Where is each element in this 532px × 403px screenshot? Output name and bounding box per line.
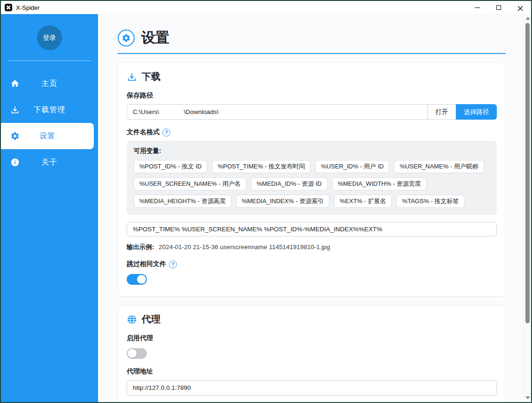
variable-chip[interactable]: %MEDIA_INDEX% - 资源索引 xyxy=(236,195,329,208)
output-example-value: 2024-01-20 21-15-36 userscreenname 11451… xyxy=(159,243,330,251)
download-settings-card: 下载 保存路径 打开 选择路径 文件名格式 ? 可用变量: %POST_ID% … xyxy=(118,62,506,297)
proxy-address-input[interactable] xyxy=(127,380,497,395)
variable-chip[interactable]: %USER_SCREEN_NAME% - 用户名 xyxy=(134,177,246,190)
window-title: X-Spider xyxy=(16,4,40,11)
variable-chip[interactable]: %POST_TIME% - 推文发布时间 xyxy=(212,160,311,173)
variable-chip[interactable]: %TAGS% - 推文标签 xyxy=(396,195,464,208)
settings-page-icon xyxy=(118,30,135,46)
variable-chip[interactable]: %MEDIA_WIDTH% - 资源宽度 xyxy=(332,177,427,190)
scroll-up-icon[interactable] xyxy=(525,17,530,20)
filename-format-input[interactable] xyxy=(127,222,497,236)
sidebar-item-home[interactable]: 主页 xyxy=(1,70,98,97)
gear-icon xyxy=(10,131,20,141)
main-content: 设置 下载 保存路径 打开 选择路径 文件名格式 ? 可用变量: xyxy=(98,14,531,402)
save-path-label: 保存路径 xyxy=(127,91,497,100)
scroll-down-icon[interactable] xyxy=(525,396,530,399)
proxy-section-title: 代理 xyxy=(142,313,160,326)
page-title: 设置 xyxy=(141,28,169,47)
sidebar: 登录 主页 下载管理 设 xyxy=(1,14,98,402)
close-button[interactable] xyxy=(509,1,531,14)
minimize-button[interactable] xyxy=(466,1,488,14)
filename-format-label: 文件名格式 xyxy=(127,128,160,137)
save-path-group: 打开 选择路径 xyxy=(127,104,497,120)
variables-panel: 可用变量: %POST_ID% - 推文 ID %POST_TIME% - 推文… xyxy=(127,141,497,215)
app-window: X-Spider 登录 主页 xyxy=(0,0,532,403)
sidebar-item-download-manager[interactable]: 下载管理 xyxy=(1,97,98,123)
home-icon xyxy=(10,78,20,89)
variable-chip[interactable]: %EXT% - 扩展名 xyxy=(334,195,392,208)
skip-same-toggle[interactable] xyxy=(127,274,147,285)
toggle-knob xyxy=(137,275,146,284)
sidebar-divider xyxy=(8,61,91,61)
enable-proxy-label: 启用代理 xyxy=(127,334,497,342)
skip-same-label: 跳过相同文件 xyxy=(127,260,166,268)
proxy-address-label: 代理地址 xyxy=(127,367,497,376)
skip-same-help-icon[interactable]: ? xyxy=(169,260,177,268)
toggle-knob xyxy=(128,349,137,358)
filename-format-help-icon[interactable]: ? xyxy=(162,129,170,137)
download-section-icon xyxy=(127,72,137,82)
sidebar-item-about[interactable]: 关于 xyxy=(1,149,98,175)
scrollbar-thumb[interactable] xyxy=(525,23,530,323)
maximize-icon xyxy=(496,5,501,10)
output-example-label: 输出示例: xyxy=(127,243,154,251)
variable-chip[interactable]: %MEDIA_HEIGHT% - 资源高度 xyxy=(134,195,231,208)
variable-chips: %POST_ID% - 推文 ID %POST_TIME% - 推文发布时间 %… xyxy=(134,160,490,208)
save-path-input[interactable] xyxy=(127,104,428,120)
proxy-settings-card: 代理 启用代理 代理地址 xyxy=(118,305,506,402)
enable-proxy-toggle[interactable] xyxy=(127,348,147,359)
variable-chip[interactable]: %MEDIA_ID% - 资源 ID xyxy=(251,177,327,190)
login-button[interactable]: 登录 xyxy=(37,25,62,50)
output-example: 输出示例: 2024-01-20 21-15-36 userscreenname… xyxy=(127,243,497,251)
choose-path-button[interactable]: 选择路径 xyxy=(456,104,497,120)
info-icon xyxy=(10,157,20,167)
sidebar-menu: 主页 下载管理 设置 关于 xyxy=(1,70,98,175)
page-header: 设置 xyxy=(118,28,506,47)
download-section-title: 下载 xyxy=(142,70,160,83)
download-icon xyxy=(10,105,20,115)
vertical-scrollbar[interactable] xyxy=(523,14,531,402)
close-icon xyxy=(517,5,523,10)
maximize-button[interactable] xyxy=(488,1,509,14)
proxy-section-icon xyxy=(127,314,137,325)
variable-chip[interactable]: %USER_NAME% - 用户昵称 xyxy=(394,160,484,173)
header-divider xyxy=(118,53,506,54)
sidebar-item-settings[interactable]: 设置 xyxy=(1,123,94,149)
login-label: 登录 xyxy=(43,34,56,42)
open-path-button[interactable]: 打开 xyxy=(428,104,456,120)
variable-chip[interactable]: %USER_ID% - 用户 ID xyxy=(315,160,389,173)
app-logo-icon xyxy=(5,4,12,11)
variables-title: 可用变量: xyxy=(134,147,490,155)
titlebar: X-Spider xyxy=(1,1,531,14)
variable-chip[interactable]: %POST_ID% - 推文 ID xyxy=(134,160,207,173)
minimize-icon xyxy=(475,8,480,8)
